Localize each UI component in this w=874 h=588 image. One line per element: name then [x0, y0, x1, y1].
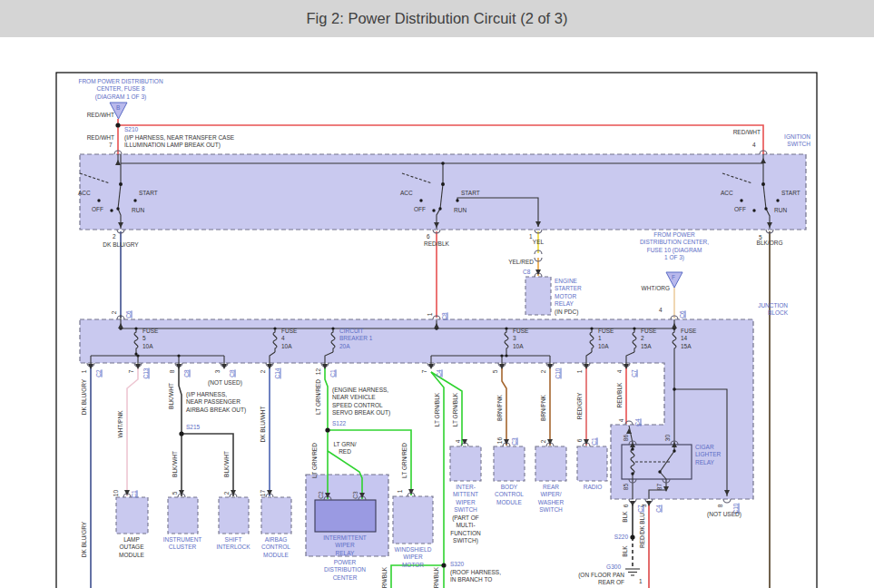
wire-label-red-wht-2: RED/WHT: [62, 134, 114, 142]
conn-c8-starter: C8: [523, 269, 530, 276]
splice-s320-note: (ROOF HARNESS, IN BRANCH TO: [450, 569, 501, 584]
wiring-diagram-page: Fig 2: Power Distribution Circuit (2 of …: [0, 0, 874, 588]
vlabel-brn-pnk-1: BRN/PNK: [496, 379, 505, 437]
shift-interlock-box: [219, 497, 249, 534]
pin-1-bottom: 1: [639, 578, 643, 585]
ign-mid-off: OFF: [414, 206, 426, 213]
conn-c6-f: C6: [679, 304, 687, 326]
conn-c14: C14: [274, 363, 282, 385]
conn-c7: C7: [631, 363, 639, 385]
wiper-motor-label: WINDSHIELD WIPER MOTOR: [392, 546, 434, 569]
not-used-2: (NOT USED): [706, 511, 742, 518]
vlabel-lt-grn-blk-4: LT GRN/BLK: [433, 555, 441, 588]
pin-2-ign: 2: [113, 233, 116, 240]
fuse-2-label: FUSE 2 15A: [641, 328, 656, 350]
vlabel-red-dk-blu: RED/DK BLU: [639, 502, 647, 560]
pin-16: 16: [496, 434, 505, 448]
conn-c3-bcm: C3: [511, 431, 519, 453]
conn-c13: C13: [142, 363, 151, 385]
splice-s320: S320: [450, 561, 464, 568]
splice-s215-note: (I/P HARNESS, NEAR PASSENGER AIRBAG BREA…: [186, 391, 246, 414]
shift-interlock-label: SHIFT INTERLOCK: [213, 536, 253, 552]
ign-left-run: RUN: [132, 207, 144, 214]
wire-blk-wht: [179, 365, 182, 434]
fuse-14-label: FUSE 14 15A: [681, 328, 696, 350]
pin-5-cluster: 5: [172, 486, 180, 501]
cigar-pin-87: 87: [656, 480, 664, 495]
wire-label-wht-org: WHT/ORG: [615, 285, 670, 292]
not-used-1: (NOT USED): [207, 379, 243, 387]
starter-relay-box: [525, 277, 551, 315]
pin-3-c8: 3: [214, 365, 222, 379]
rear-wiper-switch-box: [535, 446, 566, 481]
pin-1-jb: 1: [427, 308, 435, 322]
vlabel-brn-pnk-2: BRN/PNK: [540, 379, 548, 437]
pin-2-rear: 2: [540, 435, 548, 449]
conn-c8-2: C8: [183, 363, 191, 385]
pin-2-shift: 2: [223, 486, 231, 501]
splice-s122-note: (ENGINE HARNESS, NEAR VEHICLE SPEED CONT…: [332, 387, 390, 416]
pin-17: 17: [260, 486, 268, 501]
starter-relay-label: ENGINE STARTER MOTOR RELAY: [555, 278, 582, 308]
cb-1-label: CIRCUIT BREAKER 1 20A: [339, 328, 373, 350]
vlabel-lt-grn-red-1: LT GRN/RED: [315, 368, 323, 426]
ground-g300-note: (ON FLOOR PAN REAR OF: [566, 572, 624, 587]
fuse-5-label: FUSE 5 10A: [142, 328, 158, 350]
starter-relay-loc: (IN PDC): [555, 309, 578, 316]
splice-s215: S215: [186, 424, 200, 431]
pin-6-radio: 6: [576, 434, 584, 448]
pin-4-c4: 4: [618, 414, 626, 428]
cigar-pin-86: 86: [623, 431, 631, 446]
splice-s210: S210: [124, 126, 138, 133]
vlabel-blk-wht-3: BLK/WHT: [223, 436, 231, 494]
pin-4-wiper-sw: 4: [455, 435, 463, 449]
vlabel-blk-wht-2: BLK/WHT: [172, 436, 180, 494]
pin-5-jb: 5: [492, 365, 500, 379]
bcm-label: BODY CONTROL MODULE: [488, 484, 530, 506]
conn-c1-radio: C1: [591, 431, 599, 453]
vlabel-lt-grn-blk-2: LT GRN/BLK: [452, 381, 460, 439]
vlabel-blk-wht-1: BLK/WHT: [168, 368, 176, 426]
intermittent-wiper-relay-label: INTERMITTENT WIPER RELAY: [316, 534, 374, 557]
wiper-switch-note: (PART OF MULTI- FUNCTION SWITCH): [446, 514, 486, 544]
pin-4-f: 4: [659, 307, 663, 314]
wire-label-blk-org: BLK/ORG: [740, 240, 800, 247]
vlabel-red-gry: RED/GRY: [576, 377, 584, 436]
ign-right-acc: ACC: [721, 190, 733, 197]
vlabel-dk-blu-gry-1: DK BLU/GRY: [81, 368, 89, 426]
fuse-3-label: FUSE 3 10A: [513, 328, 528, 350]
conn-c4-out: C4: [655, 498, 663, 520]
ign-mid-acc: ACC: [400, 190, 413, 197]
fuse-1-label: FUSE 1 10A: [598, 328, 614, 350]
vlabel-lt-grn-red-2: LT GRN/RED: [311, 432, 319, 490]
cigar-pin-30: 30: [664, 431, 673, 446]
ign-left-start: START: [139, 190, 158, 197]
wire-lt-grn-red: [325, 365, 328, 430]
vlabel-wht-pnk: WHT/PNK: [117, 396, 125, 454]
pin-1-motor: 1: [397, 485, 405, 499]
source-b-letter: B: [116, 104, 120, 112]
source-f-letter: F: [672, 274, 675, 281]
wiper-motor-box: [393, 496, 433, 544]
ignition-switch-label: IGNITION SWITCH: [756, 133, 810, 149]
conn-c10: C10: [555, 363, 563, 385]
source-f-note: FROM POWER DISTRIBUTION CENTER, FUSE 10 …: [629, 231, 720, 261]
vlabel-lt-grn-blk-3: LT GRN/BLK: [381, 555, 389, 588]
rear-wiper-label: REAR WIPER/ WASHER SWITCH: [532, 484, 570, 514]
ign-left-off: OFF: [92, 206, 103, 213]
conn-c3-relay: C3: [352, 488, 360, 503]
source-b-note: FROM POWER DISTRIBUTION CENTER, FUSE 8 (…: [66, 78, 175, 101]
wire-wht-pnk: [127, 365, 138, 496]
vlabel-lt-grn-red-3: LT GRN/RED: [401, 432, 409, 490]
intermittent-wiper-relay-box: [315, 500, 376, 532]
conn-c2: C2: [95, 363, 103, 385]
label-lt-grn-red-2line: LT GRN/ RED: [332, 441, 358, 456]
vlabel-lt-grn-blk-1: LT GRN/BLK: [434, 381, 442, 439]
pin-10: 10: [113, 486, 121, 501]
conn-c1: C1: [329, 363, 338, 385]
splice-s210-note: (I/P HARNESS, NEAR TRANSFER CASE ILLUMIN…: [124, 134, 234, 150]
wiper-switch-label: INTER- MITTENT WIPER SWITCH: [446, 484, 486, 514]
ign-right-off: OFF: [734, 206, 746, 213]
pin-7-c4: 7: [421, 365, 429, 379]
junction-block-label: JUNCTION BLOCK: [733, 302, 788, 318]
